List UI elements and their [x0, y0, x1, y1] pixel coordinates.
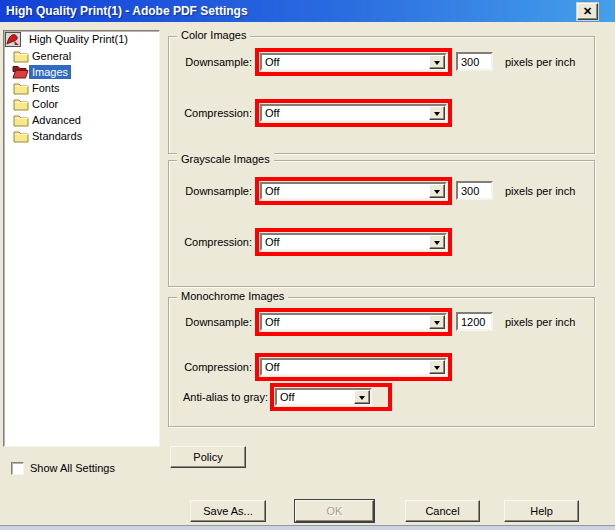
pdf-settings-icon — [5, 32, 22, 47]
sidebar-item-label: Fonts — [29, 81, 63, 95]
window-title: High Quality Print(1) - Adobe PDF Settin… — [0, 4, 248, 18]
group-title: Monochrome Images — [177, 290, 288, 302]
close-icon: ✕ — [583, 5, 592, 18]
grayscale-downsample-dropdown[interactable]: Off — [260, 182, 447, 200]
compression-label: Compression: — [100, 236, 252, 248]
show-all-settings-label: Show All Settings — [30, 462, 115, 474]
pixels-per-inch-label: pixels per inch — [505, 56, 575, 68]
dropdown-value: Off — [262, 361, 429, 373]
dropdown-arrow-icon — [434, 112, 440, 119]
color-compression-dropdown[interactable]: Off — [260, 104, 447, 122]
sidebar-item-label: Color — [29, 97, 61, 111]
folder-icon — [13, 50, 29, 63]
compression-label: Compression: — [100, 361, 252, 373]
antialias-label: Anti-alias to gray: — [100, 391, 268, 403]
open-folder-icon — [12, 65, 29, 79]
folder-icon — [13, 82, 29, 95]
dropdown-arrow-icon — [434, 190, 440, 197]
dropdown-button[interactable] — [429, 55, 445, 69]
dropdown-value: Off — [277, 391, 354, 403]
monochrome-downsample-dropdown[interactable]: Off — [260, 313, 447, 331]
color-downsample-dropdown[interactable]: Off — [260, 53, 447, 71]
sidebar-item-color[interactable]: Color — [13, 96, 61, 112]
dropdown-value: Off — [262, 316, 429, 328]
dropdown-arrow-icon — [359, 396, 365, 403]
dropdown-value: Off — [262, 185, 429, 197]
sidebar-item-fonts[interactable]: Fonts — [13, 80, 63, 96]
folder-icon — [13, 114, 29, 127]
dropdown-button[interactable] — [429, 360, 445, 374]
ok-button[interactable]: OK — [295, 500, 374, 522]
dropdown-button[interactable] — [429, 315, 445, 329]
color-resolution-input[interactable] — [456, 52, 493, 71]
tree-root-item[interactable]: High Quality Print(1) — [5, 31, 131, 47]
dropdown-arrow-icon — [434, 366, 440, 373]
monochrome-resolution-input[interactable] — [456, 312, 493, 331]
pixels-per-inch-label: pixels per inch — [505, 316, 575, 328]
grayscale-resolution-input[interactable] — [456, 181, 493, 200]
dropdown-arrow-icon — [434, 321, 440, 328]
dropdown-arrow-icon — [434, 241, 440, 248]
dropdown-button[interactable] — [429, 235, 445, 249]
compression-label: Compression: — [100, 107, 252, 119]
folder-icon — [13, 130, 29, 143]
cancel-button[interactable]: Cancel — [405, 500, 480, 522]
group-title: Grayscale Images — [177, 153, 274, 165]
sidebar-item-label: General — [29, 49, 74, 63]
close-button[interactable]: ✕ — [577, 3, 598, 20]
grayscale-compression-dropdown[interactable]: Off — [260, 233, 447, 251]
dropdown-value: Off — [262, 236, 429, 248]
dropdown-value: Off — [262, 107, 429, 119]
policy-button[interactable]: Policy — [170, 446, 246, 468]
sidebar-item-images[interactable]: Images — [12, 64, 71, 80]
group-title: Color Images — [177, 29, 250, 41]
monochrome-compression-dropdown[interactable]: Off — [260, 358, 447, 376]
folder-icon — [13, 98, 29, 111]
help-button[interactable]: Help — [504, 500, 579, 522]
sidebar-item-standards[interactable]: Standards — [13, 128, 85, 144]
dropdown-value: Off — [262, 56, 429, 68]
downsample-label: Downsample: — [100, 316, 252, 328]
tree-root-label: High Quality Print(1) — [26, 32, 131, 46]
show-all-settings-checkbox[interactable] — [11, 462, 24, 475]
dropdown-button[interactable] — [354, 390, 370, 404]
sidebar-item-label: Images — [29, 65, 71, 79]
sidebar-item-label: Advanced — [29, 113, 84, 127]
downsample-label: Downsample: — [100, 185, 252, 197]
window-bottom-edge — [0, 525, 615, 530]
title-bar: High Quality Print(1) - Adobe PDF Settin… — [0, 0, 615, 22]
dropdown-button[interactable] — [429, 106, 445, 120]
adobe-pdf-settings-dialog: High Quality Print(1) - Adobe PDF Settin… — [0, 0, 615, 530]
sidebar-item-label: Standards — [29, 129, 85, 143]
dropdown-button[interactable] — [429, 184, 445, 198]
sidebar-item-general[interactable]: General — [13, 48, 74, 64]
dropdown-arrow-icon — [434, 61, 440, 68]
pixels-per-inch-label: pixels per inch — [505, 185, 575, 197]
sidebar-item-advanced[interactable]: Advanced — [13, 112, 84, 128]
save-as-button[interactable]: Save As... — [190, 500, 266, 522]
antialias-dropdown[interactable]: Off — [275, 388, 372, 406]
downsample-label: Downsample: — [100, 56, 252, 68]
